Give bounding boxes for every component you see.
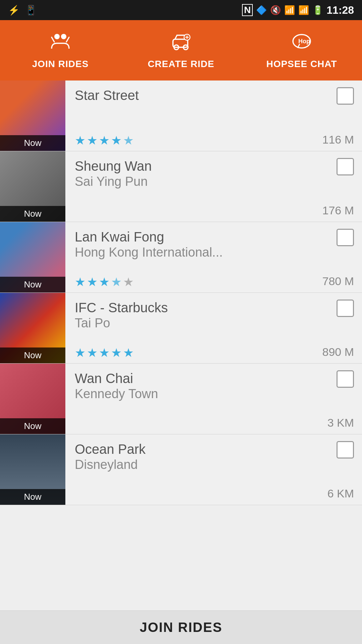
join-rides-bottom-label: JOIN RIDES [140,620,223,635]
ride-distance: 3 KM [327,416,354,429]
ride-thumbnail: Now [0,222,65,292]
svg-line-2 [52,37,54,42]
ride-from: Star Street [75,87,312,103]
ride-from: Sheung Wan [75,158,312,174]
join-rides-label: JOIN RIDES [32,59,89,69]
ride-time-label: Now [0,206,65,222]
ride-distance: 780 M [322,275,354,288]
star-filled: ★ [75,275,85,289]
ride-item[interactable]: Now Lan Kwai Fong Hong Kong Internationa… [0,222,362,293]
ride-checkbox[interactable] [337,370,354,388]
ride-right: 780 M [318,222,362,292]
ride-right: 116 M [318,80,362,151]
ride-item[interactable]: Now Ocean Park Disneyland 6 KM [0,434,362,505]
svg-rect-4 [173,39,188,47]
ride-to: Disneyland [75,457,312,473]
ride-from: Lan Kwai Fong [75,229,312,245]
ride-thumbnail: Now [0,364,65,434]
bluetooth-icon: 🔷 [256,5,267,15]
ride-info: Ocean Park Disneyland [65,434,318,505]
ride-from: IFC - Starbucks [75,300,312,316]
status-bar: ⚡ 📱 N 🔷 🔇 📶 📶 🔋 11:28 [0,0,362,20]
ride-right: 6 KM [318,434,362,505]
create-ride-icon [170,31,192,55]
join-rides-icon [50,31,71,55]
ride-checkbox[interactable] [337,87,354,105]
star-filled: ★ [123,346,134,360]
battery-icon: 🔋 [312,5,323,15]
hopsee-chat-label: HOPSEE CHAT [266,59,337,69]
ride-info: Lan Kwai Fong Hong Kong International...… [65,222,318,292]
ride-item[interactable]: Now Wan Chai Kennedy Town 3 KM [0,364,362,434]
ride-checkbox[interactable] [337,441,354,459]
star-empty: ★ [123,275,134,289]
ride-time-label: Now [0,347,65,363]
ride-checkbox[interactable] [337,158,354,175]
signal-icon: 📶 [298,5,309,15]
ride-time-label: Now [0,135,65,151]
svg-point-0 [54,34,60,39]
star-filled: ★ [99,133,110,148]
star-filled: ★ [99,275,110,289]
time-display: 11:28 [326,4,354,16]
ride-distance: 6 KM [327,487,354,500]
ride-item[interactable]: Now Star Street ★★★★★ 116 M [0,80,362,151]
hopsee-chat-icon: Hop [291,31,312,55]
ride-right: 3 KM [318,364,362,434]
ride-item[interactable]: Now IFC - Starbucks Tai Po ★★★★★ 890 M [0,293,362,364]
ride-checkbox[interactable] [337,300,354,317]
ride-info: Wan Chai Kennedy Town [65,364,318,434]
ride-from: Wan Chai [75,370,312,386]
star-filled: ★ [75,346,85,360]
join-rides-bottom-button[interactable]: JOIN RIDES [0,610,362,644]
n-icon: N [242,4,253,16]
ride-to: Sai Ying Pun [75,174,312,190]
star-half: ★ [123,133,134,148]
ride-to: Tai Po [75,316,312,331]
ride-info: IFC - Starbucks Tai Po ★★★★★ [65,293,318,363]
ride-distance: 116 M [322,133,354,146]
star-filled: ★ [99,346,110,360]
ride-time-label: Now [0,489,65,505]
ride-info: Sheung Wan Sai Ying Pun [65,151,318,222]
star-filled: ★ [87,133,98,148]
ride-from: Ocean Park [75,441,312,457]
ride-time-label: Now [0,277,65,292]
ride-thumbnail: Now [0,434,65,505]
ride-to: Hong Kong International... [75,245,312,260]
ride-thumbnail: Now [0,80,65,151]
svg-text:Hop: Hop [298,38,310,45]
status-left-icons: ⚡ 📱 [8,5,37,16]
star-filled: ★ [111,346,122,360]
ride-item[interactable]: Now Sheung Wan Sai Ying Pun 176 M [0,151,362,222]
svg-line-3 [66,37,69,42]
wifi-icon: 📶 [284,5,295,15]
ride-to: Kennedy Town [75,386,312,402]
ride-right: 176 M [318,151,362,222]
nav-create-ride[interactable]: CREATE RIDE [121,20,241,80]
sim-icon: 📱 [25,5,37,16]
status-right-icons: N 🔷 🔇 📶 📶 🔋 11:28 [242,4,354,16]
star-filled: ★ [75,133,85,148]
ride-info: Star Street ★★★★★ [65,80,318,151]
nav-hopsee-chat[interactable]: Hop HOPSEE CHAT [241,20,362,80]
nav-join-rides[interactable]: JOIN RIDES [0,20,121,80]
create-ride-label: CREATE RIDE [148,59,215,69]
svg-point-1 [61,34,66,39]
ride-list: Now Star Street ★★★★★ 116 M Now Sheung [0,80,362,505]
ride-distance: 890 M [322,345,354,359]
star-filled: ★ [87,346,98,360]
ride-distance: 176 M [322,204,354,217]
star-filled: ★ [87,275,98,289]
top-nav: JOIN RIDES CREATE RIDE Hop HOPSEE CHAT [0,20,362,80]
usb-icon: ⚡ [8,5,20,16]
ride-right: 890 M [318,293,362,363]
ride-checkbox[interactable] [337,229,354,246]
star-filled: ★ [111,133,122,148]
ride-time-label: Now [0,418,65,434]
star-half: ★ [111,275,122,289]
mute-icon: 🔇 [270,5,281,15]
ride-thumbnail: Now [0,293,65,363]
ride-thumbnail: Now [0,151,65,222]
